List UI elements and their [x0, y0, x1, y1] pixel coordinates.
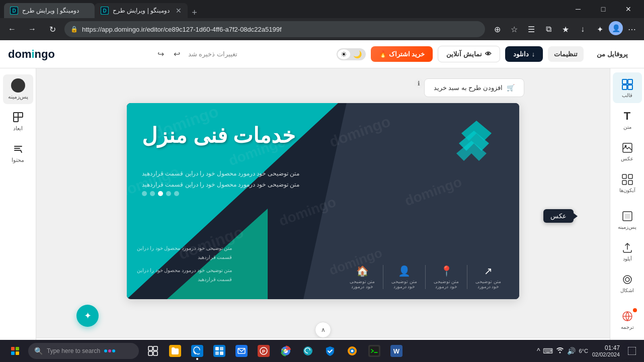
address-bar[interactable]: 🔒 https://app.domingo.ir/editor/ce89c127…	[64, 21, 485, 37]
profile-button[interactable]: پروفایل من	[589, 46, 636, 62]
share-icon: ↗	[484, 265, 493, 277]
header-right-buttons: پروفایل من تنظیمات ↓ دانلود 👁 نمایش آنلا…	[337, 46, 636, 62]
taskbar: 🔍 Type here to search	[0, 340, 644, 362]
svg-rect-35	[153, 346, 157, 350]
eye-icon: 👁	[485, 50, 492, 58]
add-to-cart-button[interactable]: 🛒 افزودن طرح به سبد خرید	[424, 78, 524, 97]
shapes-tool-icon	[620, 273, 634, 287]
extensions-icon[interactable]: ⊕	[489, 21, 505, 37]
keyboard-icon[interactable]: ⌨	[543, 347, 553, 355]
clock-display[interactable]: 01:47 02/02/2024	[592, 344, 620, 357]
right-tool-upload[interactable]: آپلود	[613, 236, 642, 266]
right-tool-background[interactable]: پس‌زمینه	[613, 204, 642, 235]
dot-3	[158, 191, 163, 196]
tool-background[interactable]: پس‌زمینه	[3, 74, 33, 104]
tool-content[interactable]: محتوا	[3, 138, 33, 167]
buy-subscription-button[interactable]: خرید اشتراک 🔥	[371, 46, 433, 62]
right-tool-translate[interactable]: ترجمه	[613, 304, 642, 335]
network-icon[interactable]	[556, 346, 564, 356]
design-canvas[interactable]: domingo domingo domingo domingo domingo …	[127, 103, 519, 299]
app-logo[interactable]: domingo	[8, 48, 55, 61]
browser-chrome: D دومینگو | ویرایش طرح D دومینگو | ویرای…	[0, 0, 644, 18]
taskbar-app-firefox[interactable]	[342, 341, 362, 361]
icon-block-location: 📍 متن توضیحیخود درمورد	[426, 265, 468, 289]
copilot-icon[interactable]: ✦	[592, 21, 608, 37]
ai-search-dots	[104, 349, 115, 352]
new-tab-button[interactable]: +	[188, 8, 201, 18]
right-tool-icons[interactable]: آیکون‌ها	[613, 167, 642, 198]
info-icon[interactable]: ℹ	[414, 78, 424, 88]
right-tool-template[interactable]: قالب	[613, 72, 642, 103]
app-container: domingo تغییرات ذخیره شد ↩ ↪ پروفایل من …	[0, 40, 644, 362]
taskbar-app-edge2[interactable]	[298, 341, 318, 361]
lock-icon: 🔒	[70, 26, 78, 33]
canvas-subtitle: متن توضیحی خود درمورد محصول خود را دراین…	[142, 168, 299, 190]
redo-button[interactable]: ↪	[154, 47, 168, 61]
tray-chevron[interactable]: ^	[537, 347, 540, 355]
back-button[interactable]: ←	[4, 21, 20, 37]
taskbar-app-task-view[interactable]	[143, 341, 163, 361]
dot-2	[150, 191, 155, 196]
collections-icon[interactable]: ☰	[523, 21, 539, 37]
svg-point-54	[559, 351, 561, 353]
start-button[interactable]	[4, 342, 26, 360]
dot-1	[142, 191, 147, 196]
split-screen-icon[interactable]: ⧉	[540, 21, 556, 37]
taskbar-app-security[interactable]	[320, 341, 340, 361]
taskbar-app-word[interactable]: W	[386, 341, 407, 361]
preview-button[interactable]: 👁 نمایش آنلاین	[438, 46, 500, 62]
taskbar-app-chrome[interactable]	[276, 341, 296, 361]
shapes-tool-label: اشکال	[620, 288, 634, 293]
cart-icon: 🛒	[507, 84, 515, 92]
address-bar-row: ← → ↻ 🔒 https://app.domingo.ir/editor/ce…	[0, 18, 644, 40]
minimize-button[interactable]: ─	[567, 1, 590, 17]
tab-close-button[interactable]: ✕	[176, 7, 182, 15]
edit-fab-button[interactable]: ✦	[76, 305, 99, 327]
svg-rect-19	[622, 85, 627, 89]
taskbar-search-icon: 🔍	[34, 347, 43, 355]
taskbar-app-parrot[interactable]: P	[254, 341, 274, 361]
canvas-main-title: خدمات فنی منزل	[142, 123, 295, 148]
browser-tab-active[interactable]: D دومینگو | ویرایش طرح ✕	[95, 3, 188, 18]
photo-tool-label: عکس	[543, 209, 574, 223]
more-options-icon[interactable]: ⋯	[624, 21, 640, 37]
person-icon: 👤	[398, 265, 411, 277]
canvas-top-bar: ℹ 🛒 افزودن طرح به سبد خرید	[122, 78, 524, 97]
template-tool-icon	[620, 77, 634, 92]
dark-mode-toggle[interactable]: 🌙 ☀	[337, 48, 366, 60]
taskbar-app-store[interactable]	[209, 341, 229, 361]
download-button[interactable]: ↓ دانلود	[505, 46, 543, 62]
taskbar-app-edge[interactable]	[187, 341, 207, 361]
forward-button[interactable]: →	[24, 21, 40, 37]
tool-dimensions[interactable]: ابعاد	[3, 106, 33, 136]
notification-center-button[interactable]	[624, 343, 640, 359]
refresh-button[interactable]: ↻	[44, 21, 60, 37]
taskbar-search-box[interactable]: 🔍 Type here to search	[28, 343, 139, 359]
downloads-icon[interactable]: ↓	[575, 21, 591, 37]
canvas-scroll-handle[interactable]: ∧	[315, 322, 331, 338]
taskbar-app-file-explorer[interactable]	[165, 341, 185, 361]
settings-button[interactable]: تنظیمات	[548, 46, 584, 62]
word-icon: W	[390, 345, 403, 357]
undo-button[interactable]: ↩	[170, 47, 184, 61]
right-tool-image[interactable]: عکس	[613, 136, 642, 166]
volume-icon[interactable]: 🔊	[567, 347, 576, 355]
maximize-button[interactable]: □	[592, 1, 615, 17]
taskbar-app-mail[interactable]	[231, 341, 252, 361]
browser-tab-new[interactable]: D دومینگو | ویرایش طرح	[4, 3, 95, 18]
dimensions-tool-label: ابعاد	[13, 125, 23, 132]
header-actions-left: تغییرات ذخیره شد ↩ ↪	[154, 47, 237, 61]
taskbar-app-console[interactable]	[364, 341, 384, 361]
right-tool-text[interactable]: T متن	[613, 104, 642, 135]
close-button[interactable]: ✕	[617, 1, 640, 17]
url-text: https://app.domingo.ir/editor/ce89c127-1…	[82, 26, 479, 33]
svg-rect-39	[220, 347, 223, 350]
svg-text:W: W	[393, 347, 400, 355]
right-tool-shapes[interactable]: اشکال	[613, 267, 642, 298]
app-header: domingo تغییرات ذخیره شد ↩ ↪ پروفایل من …	[0, 40, 644, 68]
favorites-icon[interactable]: ☆	[506, 21, 522, 37]
store-icon	[213, 345, 225, 357]
svg-text:D: D	[12, 8, 16, 14]
profile-avatar[interactable]: 👤	[609, 21, 623, 35]
favorites-collection-icon[interactable]: ★	[557, 21, 574, 37]
